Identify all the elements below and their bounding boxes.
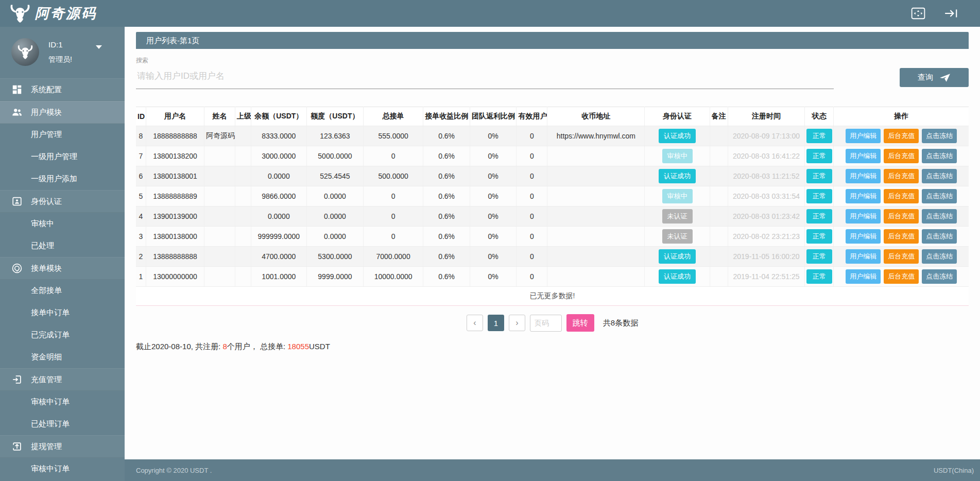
footer-right-text: USDT(China) (934, 467, 974, 474)
cell-remark (710, 146, 728, 166)
cell-reg-time: 2020-08-03 01:23:42 (728, 207, 805, 227)
cell-name (204, 247, 235, 267)
sidebar-item-label: 资金明细 (31, 352, 62, 362)
summary-user-count: 8 (222, 342, 227, 351)
action-recharge-button[interactable]: 后台充值 (884, 269, 919, 284)
jump-button[interactable]: 跳转 (566, 314, 594, 332)
page-number-input[interactable] (530, 315, 562, 332)
action-edit-button[interactable]: 用户编辑 (846, 189, 881, 203)
summary-suffix: USDT (309, 342, 330, 351)
users-icon (11, 107, 23, 118)
cell-quota: 5300.0000 (306, 247, 363, 267)
column-header: 状态 (804, 107, 834, 126)
cell-reg-time: 2020-08-09 17:13:00 (728, 126, 805, 146)
auth-badge: 认证成功 (659, 269, 696, 284)
sidebar-menu: 系统配置用户模块用户管理一级用户管理一级用户添加身份认证审核中已处理接单模块全部… (0, 78, 125, 480)
sidebar-item-recharge-pending[interactable]: 审核中订单 (0, 391, 125, 413)
search-row: 查询 (136, 65, 969, 89)
cell-status: 正常 (804, 227, 834, 247)
action-recharge-button[interactable]: 后台充值 (884, 129, 919, 143)
sidebar-item-orders-in-progress[interactable]: 接单中订单 (0, 302, 125, 324)
logout-icon[interactable] (944, 7, 958, 20)
action-edit-button[interactable]: 用户编辑 (846, 229, 881, 244)
profile-info: ID:1 管理员! (48, 38, 72, 64)
sidebar-item-system-config[interactable]: 系统配置 (0, 78, 125, 101)
cell-status: 正常 (804, 267, 834, 287)
action-recharge-button[interactable]: 后台充值 (884, 169, 919, 183)
cell-order-rate: 0.6% (423, 166, 470, 186)
action-recharge-button[interactable]: 后台充值 (884, 229, 919, 244)
sidebar-item-recharge-processed[interactable]: 已处理订单 (0, 413, 125, 435)
action-freeze-button[interactable]: 点击冻结 (922, 149, 957, 163)
chevron-down-icon[interactable] (96, 45, 102, 49)
action-edit-button[interactable]: 用户编辑 (846, 129, 881, 143)
cell-id: 3 (136, 227, 146, 247)
column-header: 团队返利比例 (470, 107, 517, 126)
grid-icon (11, 84, 23, 95)
action-freeze-button[interactable]: 点击冻结 (922, 249, 957, 264)
action-edit-button[interactable]: 用户编辑 (846, 209, 881, 224)
sidebar-item-identity-auth[interactable]: 身份认证 (0, 190, 125, 213)
sidebar-item-recharge-manage[interactable]: 充值管理 (0, 368, 125, 391)
query-button[interactable]: 查询 (900, 68, 969, 87)
column-header: 上级 (235, 107, 251, 126)
bull-avatar-icon (17, 45, 33, 59)
cell-id: 8 (136, 126, 146, 146)
sidebar-item-auth-processed[interactable]: 已处理 (0, 235, 125, 257)
cell-name (204, 186, 235, 207)
cell-valid-users: 0 (517, 146, 547, 166)
sidebar-item-withdraw-manage[interactable]: 提现管理 (0, 435, 125, 458)
action-freeze-button[interactable]: 点击冻结 (922, 229, 957, 244)
status-badge: 正常 (806, 209, 832, 224)
cell-actions: 用户编辑后台充值点击冻结 (834, 227, 969, 247)
cell-total-orders: 0 (363, 227, 423, 247)
cell-auth: 审核中 (645, 186, 710, 207)
cell-auth: 认证成功 (645, 166, 710, 186)
current-page-button[interactable]: 1 (488, 315, 504, 331)
action-freeze-button[interactable]: 点击冻结 (922, 169, 957, 183)
action-freeze-button[interactable]: 点击冻结 (922, 189, 957, 203)
cell-valid-users: 0 (517, 227, 547, 247)
action-recharge-button[interactable]: 后台充值 (884, 249, 919, 264)
action-edit-button[interactable]: 用户编辑 (846, 149, 881, 163)
prev-page-button[interactable]: ‹ (467, 315, 483, 331)
action-freeze-button[interactable]: 点击冻结 (922, 269, 957, 284)
idcard-icon (11, 196, 23, 207)
sidebar-item-level1-user-add[interactable]: 一级用户添加 (0, 168, 125, 190)
action-recharge-button[interactable]: 后台充值 (884, 189, 919, 203)
no-more-row: 已无更多数据! (136, 287, 969, 306)
sidebar-item-level1-user-manage[interactable]: 一级用户管理 (0, 146, 125, 168)
sidebar-item-orders-completed[interactable]: 已完成订单 (0, 324, 125, 346)
action-freeze-button[interactable]: 点击冻结 (922, 129, 957, 143)
sidebar-item-auth-pending[interactable]: 审核中 (0, 213, 125, 235)
action-edit-button[interactable]: 用户编辑 (846, 169, 881, 183)
cell-address: https://www.hnymwl.com (547, 126, 645, 146)
fullscreen-icon[interactable] (911, 7, 925, 20)
sidebar-item-withdraw-pending[interactable]: 审核中订单 (0, 458, 125, 480)
action-freeze-button[interactable]: 点击冻结 (922, 209, 957, 224)
sidebar-item-all-orders[interactable]: 全部接单 (0, 280, 125, 302)
sidebar-item-user-manage[interactable]: 用户管理 (0, 124, 125, 146)
sidebar-item-label: 用户模块 (31, 108, 62, 117)
search-input[interactable] (136, 65, 834, 89)
action-edit-button[interactable]: 用户编辑 (846, 249, 881, 264)
table-row: 4139001390000.00000.000000.6%0%0未认证2020-… (136, 207, 969, 227)
table-row: 2138888888884700.00005300.00007000.00000… (136, 247, 969, 267)
cell-quota: 525.4545 (306, 166, 363, 186)
action-recharge-button[interactable]: 后台充值 (884, 209, 919, 224)
sidebar-item-user-module[interactable]: 用户模块 (0, 101, 125, 124)
next-page-button[interactable]: › (509, 315, 525, 331)
cell-auth: 审核中 (645, 146, 710, 166)
cell-username: 13888888889 (146, 186, 204, 207)
action-recharge-button[interactable]: 后台充值 (884, 149, 919, 163)
cell-balance: 0.0000 (251, 166, 306, 186)
action-edit-button[interactable]: 用户编辑 (846, 269, 881, 284)
cell-total-orders: 10000.0000 (363, 267, 423, 287)
column-header: 备注 (710, 107, 728, 126)
cell-id: 4 (136, 207, 146, 227)
sidebar-item-fund-details[interactable]: 资金明细 (0, 346, 125, 368)
cell-status: 正常 (804, 166, 834, 186)
sidebar-item-order-module[interactable]: 接单模块 (0, 257, 125, 280)
sidebar-item-label: 充值管理 (31, 375, 62, 385)
cell-actions: 用户编辑后台充值点击冻结 (834, 267, 969, 287)
